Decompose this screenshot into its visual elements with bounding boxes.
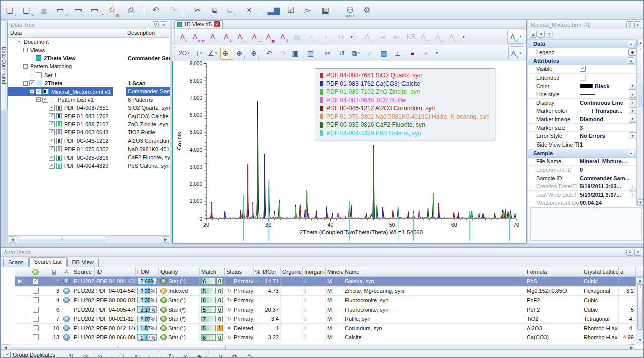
import-document-button[interactable]: ▭↓ [72, 3, 87, 17]
table-row[interactable]: ▶1+PLU2021PDF 04-004-43292.68%✳Star (*)6… [15, 277, 644, 287]
tree-item-2theta[interactable]: −2Theta1 Scan [8, 79, 170, 87]
column-header-source[interactable]: Source [72, 267, 95, 276]
cell-check[interactable] [25, 314, 46, 323]
property-value[interactable]: Diamond▼ [580, 116, 636, 123]
dropdown-icon[interactable]: ▼ [629, 191, 636, 198]
preview-button[interactable]: ◎ [79, 351, 92, 358]
tree-item-mineral-mixture-brml-1[interactable]: −Mineral_Mixture.brml #1Commander Sample [8, 87, 170, 95]
column-header-formula[interactable]: Formula [525, 267, 582, 276]
property-value[interactable]: 00:04:24 [580, 200, 636, 206]
group-duplicates-option[interactable]: Group Duplicates [5, 351, 55, 358]
property-row-visible[interactable]: Visible [528, 65, 636, 74]
pin-icon[interactable]: ⚲ [626, 21, 633, 28]
remove-peak-button[interactable]: Λx [177, 30, 190, 43]
copy-list-button[interactable]: ⧉ [229, 351, 241, 358]
tree-item-checkbox[interactable] [49, 155, 55, 161]
column-header-i-icor[interactable]: I/ICor [261, 267, 281, 276]
scroll-thumb[interactable] [637, 284, 643, 330]
paste-list-button[interactable]: ⎙ [243, 351, 255, 358]
column-header-data[interactable]: Data [8, 29, 125, 37]
legend-item[interactable]: PDF 04-003-0648 TiO2 Rutile [320, 96, 490, 105]
gem-button[interactable]: ◆ [193, 351, 205, 358]
property-section-sample[interactable]: Sample▲ [528, 149, 636, 158]
import-query-button[interactable]: ▭↓? [89, 3, 105, 17]
pin-icon[interactable]: ⚲ [626, 249, 633, 256]
paste-range-button[interactable]: ▥→ [306, 47, 320, 60]
export-list-button[interactable]: ↗ [129, 351, 141, 358]
property-row-marker-color[interactable]: Marker colorTranspar...▼ [528, 107, 636, 116]
tree-item-2theta-view[interactable]: 2Theta ViewCommander Sam [8, 54, 170, 62]
column-header-name[interactable]: Name [343, 267, 525, 276]
table-view-button[interactable]: ▦ [317, 3, 333, 17]
cursor-view-button[interactable]: ▻ [300, 3, 315, 17]
tree-item-pdf-04-003-0648[interactable]: PDF 04-003-0648TiO2 Rutile [8, 128, 170, 136]
table-row[interactable]: 10+PLU2021PDF 00-042-14681.87%✳Star (*)5… [15, 324, 644, 333]
table-row[interactable]: 3+PLU2021PDF 04-014-54392.30%iIndexed50↻… [15, 287, 644, 296]
property-value[interactable]: 5/19/2011 3:03...▼ [580, 183, 636, 190]
axis-intensity-button[interactable]: ⊺▾ [192, 47, 205, 60]
close-tab-icon[interactable]: × [214, 21, 220, 27]
property-row-marker-image[interactable]: Marker imageDiamond▼ [528, 115, 636, 124]
property-row-creation-date-ti[interactable]: Creation Date/Ti5/19/2011 3:03...▼ [528, 182, 636, 191]
property-value[interactable]: Mineral_Mixture.... [580, 158, 636, 164]
column-header--[interactable]: % [254, 267, 261, 276]
sort-lock-button[interactable]: ⇅ [65, 351, 77, 358]
tree-expander-icon[interactable]: − [17, 40, 21, 44]
tab-db-view[interactable]: DB View [67, 258, 99, 267]
tree-item-checkbox[interactable] [49, 163, 55, 169]
peak-caret[interactable]: ▾ [461, 30, 467, 43]
column-header-description[interactable]: Description [125, 29, 170, 37]
tools-caret[interactable]: ▾ [434, 47, 440, 60]
scroll-thumb[interactable] [638, 47, 643, 107]
column-header-fom[interactable]: FOM [136, 267, 159, 276]
select-peaks-button[interactable]: Λ▻▾ [509, 30, 523, 43]
cell-tree[interactable]: + [61, 277, 72, 286]
column-header-num[interactable] [46, 267, 61, 276]
icdd-database-button[interactable]: ⛁ICDD [342, 3, 357, 17]
axis-2theta-button[interactable]: 2Θ▾ [177, 47, 191, 60]
import-list-button[interactable]: ↓ [143, 351, 155, 358]
add-icon[interactable]: + [628, 48, 636, 56]
tree-item-checkbox[interactable] [42, 97, 48, 103]
remove-icon[interactable]: × [538, 31, 545, 38]
tree-item-checkbox[interactable] [36, 72, 42, 78]
property-row-line-style[interactable]: Line style▼ [528, 90, 636, 99]
property-row-sample-id[interactable]: Sample IDCommander Sam... [528, 174, 636, 183]
more-tools-caret[interactable]: ▾ [349, 30, 355, 43]
search-button[interactable]: ⊙ [94, 351, 106, 358]
remove-button[interactable]: × [179, 351, 191, 358]
property-value[interactable]: Transpar...▼ [580, 107, 636, 114]
dropdown-icon[interactable]: ▼ [629, 91, 636, 98]
column-header-crystal-lattice[interactable]: Crystal Lattice [582, 267, 619, 276]
expand-row-icon[interactable]: + [63, 288, 70, 294]
cell-tree[interactable]: + [61, 314, 72, 323]
new-entry-button[interactable]: ▢ [115, 351, 127, 358]
legend-item[interactable]: PDF 00-035-0816 CaF2 Fluorite, syn [320, 121, 490, 129]
dropdown-icon[interactable]: ▼ [629, 107, 636, 114]
property-value[interactable]: + [580, 48, 636, 56]
scroll-right-icon[interactable]: ▶ [162, 236, 169, 243]
baseline-button[interactable]: ⊥ [391, 47, 405, 60]
tree-item-checkbox[interactable] [49, 105, 55, 111]
property-checkbox[interactable] [580, 75, 586, 81]
property-value[interactable] [580, 66, 636, 72]
tree-expander-icon[interactable]: + [30, 73, 34, 77]
checkbox-view-button[interactable]: ☑ [283, 3, 298, 17]
table-row[interactable]: 6PLU2021PDF 04-005-47032.17%✳Star (*)50↻… [15, 305, 644, 315]
cell-tree[interactable]: + [61, 287, 72, 296]
column-header-inorganic[interactable]: Inorganic [303, 267, 326, 276]
grid-vertical-scrollbar[interactable]: ▲ ▼ [636, 277, 644, 344]
copy-pattern-button[interactable]: Λ▣ [264, 30, 277, 43]
expand-row-icon[interactable]: + [63, 334, 70, 341]
cell-check[interactable] [25, 287, 46, 296]
row-checkbox[interactable] [33, 316, 39, 322]
cut-button[interactable]: ✂ [190, 3, 205, 17]
zoom-out-button[interactable]: ⊕↓ [249, 47, 262, 60]
property-value[interactable]: Commander Sam... [580, 175, 636, 181]
fourier-smooth-button[interactable]: ΛF [208, 30, 221, 43]
scale-pattern-button[interactable]: Λ⇕ [278, 30, 291, 43]
property-section-attributes[interactable]: Attributes▲ [528, 57, 636, 65]
tree-item-pdf-04-004-4329[interactable]: PDF 04-004-4329PbS Galena, syn [8, 162, 170, 170]
column-header-id[interactable]: ID [95, 267, 136, 276]
table-row[interactable]: 13+PLU2021PDF 00-066-08671.77%✳Star (*)8… [15, 333, 644, 343]
